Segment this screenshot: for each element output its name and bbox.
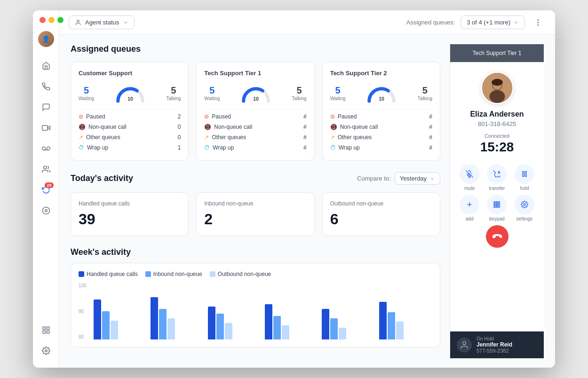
plus-icon — [466, 201, 473, 208]
gauge-row: 5 Waiting 10 5 Talking — [79, 82, 181, 103]
bar-outbound-2 — [167, 318, 175, 339]
minimize-button[interactable] — [48, 17, 55, 23]
avatar-svg — [482, 71, 512, 104]
sidebar-bottom — [37, 321, 56, 368]
sidebar-item-home[interactable] — [37, 56, 56, 75]
caller-name: Eliza Andersen — [450, 110, 544, 118]
svg-point-7 — [45, 210, 47, 212]
caller-phone: 801-318-6425 — [450, 120, 544, 127]
talking-label: Talking — [418, 96, 432, 101]
on-hold-info: On Hold Jennifer Reid 577-559-2382 — [477, 336, 537, 354]
queue-select-button[interactable]: 3 of 4 (+1 more) — [461, 16, 525, 29]
legend-outbound: Outbound non-queue — [210, 271, 271, 277]
agent-status-button[interactable]: Agent status — [69, 16, 135, 29]
bar-outbound-5 — [339, 328, 346, 339]
ctrl-row-1: mute transfer hold — [456, 164, 538, 191]
connected-label: Connected — [450, 133, 544, 139]
talking-stat: 5 Talking — [418, 85, 432, 101]
talking-stat: 5 Talking — [292, 85, 307, 101]
sidebar-item-dashboard[interactable] — [37, 201, 56, 220]
pause-icon — [521, 170, 528, 178]
bar-group-2 — [151, 297, 204, 339]
mute-icon-container — [460, 164, 479, 184]
maximize-button[interactable] — [57, 17, 64, 23]
keypad-button[interactable]: keypad — [487, 195, 507, 221]
mic-off-icon — [466, 170, 473, 178]
content-left: Assigned queues Customer Support 5 Waiti… — [71, 44, 440, 358]
legend-dot-inbound — [145, 271, 151, 277]
activity-card-num: 6 — [330, 211, 432, 228]
right-panel: Tech Support Tier 1 — [450, 44, 544, 358]
bar-chart: 100 90 80 — [79, 283, 432, 339]
stat-row-otherqueues: ↗Other queues # — [330, 132, 432, 142]
talking-num: 5 — [292, 85, 307, 96]
sidebar-item-chat[interactable] — [37, 98, 56, 117]
settings-button[interactable]: settings — [515, 195, 534, 221]
transfer-icon — [493, 170, 501, 178]
bar-handled-6 — [379, 302, 387, 339]
bar-inbound-2 — [159, 309, 167, 339]
gauge-chart: 10 — [365, 82, 398, 103]
sidebar-item-contacts[interactable] — [37, 160, 56, 179]
chevron-down-icon — [123, 20, 128, 25]
on-hold-bar[interactable]: On Hold Jennifer Reid 577-559-2382 — [450, 331, 544, 358]
transfer-button[interactable]: transfer — [487, 164, 507, 191]
bar-outbound-6 — [396, 322, 404, 339]
activity-card-title: Handled queue calls — [79, 200, 181, 207]
sidebar-item-settings[interactable] — [37, 341, 56, 360]
close-button[interactable] — [40, 17, 46, 23]
queue-count-label: 3 of 4 (+1 more) — [467, 19, 510, 26]
sidebar-item-video[interactable] — [37, 118, 56, 137]
topbar: Agent status Assigned queues: 3 of 4 (+1… — [59, 10, 555, 35]
call-timer: 15:28 — [450, 140, 544, 155]
assigned-queues-label: Assigned queues: — [406, 19, 455, 26]
sidebar-item-apps[interactable] — [37, 321, 56, 339]
more-vertical-icon — [534, 18, 542, 27]
mute-button[interactable]: mute — [460, 164, 479, 191]
svg-rect-29 — [525, 172, 526, 177]
mute-label: mute — [464, 186, 475, 191]
svg-point-41 — [524, 204, 525, 205]
bar-handled-1 — [94, 299, 101, 339]
waiting-stat: 5 Waiting — [330, 85, 346, 101]
legend-handled: Handled queue calls — [79, 271, 138, 277]
stat-row-otherqueues: ↗Other queues # — [204, 132, 306, 142]
activity-card-inbound: Inbound non-queue 2 — [196, 192, 314, 236]
weeks-activity-title: Week's activity — [71, 247, 440, 257]
waiting-stat: 5 Waiting — [79, 85, 94, 101]
hold-label: hold — [520, 186, 529, 191]
svg-rect-36 — [496, 204, 498, 205]
settings-label: settings — [516, 216, 532, 221]
svg-rect-11 — [47, 331, 49, 333]
activity-cards-container: Handled queue calls 39 Inbound non-queue… — [71, 192, 440, 236]
compare-select[interactable]: Yesterday — [395, 172, 440, 185]
talking-num: 5 — [418, 85, 432, 96]
hold-icon-container — [515, 164, 534, 184]
chevron-down-icon — [429, 176, 435, 181]
svg-marker-0 — [48, 126, 50, 130]
stat-row-nonqueue: 📵Non-queue call # — [204, 122, 306, 132]
svg-point-15 — [538, 22, 539, 23]
add-label: add — [466, 216, 474, 221]
sidebar-item-voicemail[interactable] — [37, 139, 56, 158]
more-options-button[interactable] — [531, 15, 546, 30]
end-call-button[interactable] — [486, 225, 509, 248]
svg-point-2 — [42, 147, 45, 150]
sidebar-item-phone[interactable] — [37, 77, 56, 96]
add-button[interactable]: add — [460, 195, 479, 221]
gauge-row: 5 Waiting 10 5 Talking — [330, 82, 432, 103]
activity-card-num: 39 — [79, 211, 181, 228]
sidebar-item-queues[interactable]: 28 — [37, 181, 56, 199]
svg-rect-35 — [494, 204, 495, 205]
svg-point-24 — [492, 79, 503, 86]
keypad-label: keypad — [489, 216, 504, 221]
avatar[interactable]: 👤 — [38, 31, 54, 47]
svg-rect-1 — [42, 126, 47, 131]
bar-group-1 — [94, 299, 147, 339]
hold-button[interactable]: hold — [515, 164, 534, 191]
bar-handled-5 — [322, 309, 329, 339]
svg-rect-34 — [499, 202, 500, 203]
svg-text:10: 10 — [379, 96, 384, 102]
queue-card-title: Tech Support Tier 1 — [204, 70, 306, 77]
panel-avatar — [481, 71, 514, 104]
